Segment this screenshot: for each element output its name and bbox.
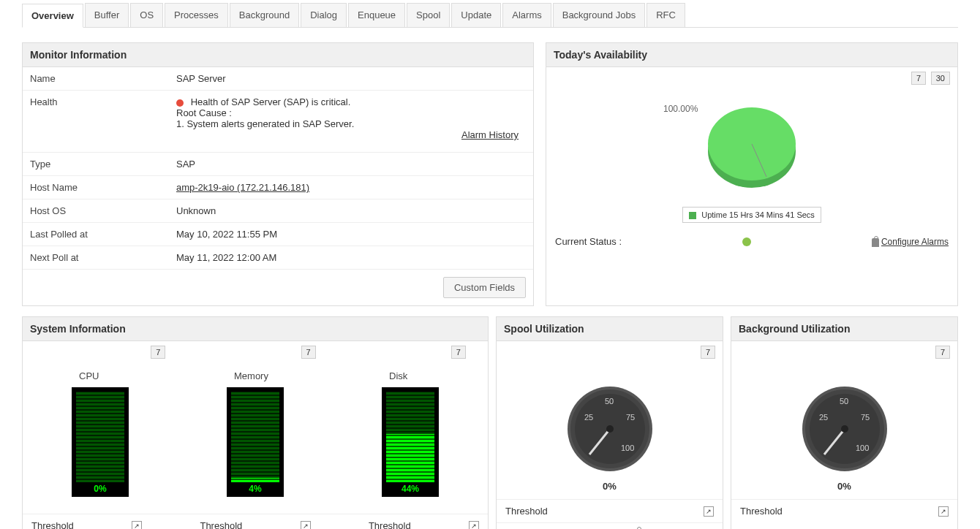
root-cause-label: Root Cause : — [176, 107, 232, 118]
svg-text:25: 25 — [584, 413, 593, 422]
spool-threshold-label: Threshold — [505, 506, 548, 517]
alarm-icon — [872, 238, 879, 247]
disk-pct: 44% — [382, 484, 439, 494]
tab-enqueue[interactable]: Enqueue — [348, 3, 405, 27]
tab-background[interactable]: Background — [230, 3, 299, 27]
cpu-pct: 0% — [72, 484, 129, 494]
status-healthy-icon — [742, 237, 751, 246]
tab-os[interactable]: OS — [130, 3, 163, 27]
disk-bar: 44% — [382, 387, 439, 497]
svg-point-20 — [841, 425, 848, 433]
legend-color-icon — [689, 212, 696, 219]
host-label: Host Name — [30, 182, 176, 193]
availability-title: Today's Availability — [546, 43, 957, 67]
time-30-button[interactable]: 30 — [931, 72, 950, 85]
uptime-legend: Uptime 15 Hrs 34 Mins 41 Secs — [682, 207, 821, 223]
svg-text:50: 50 — [605, 397, 614, 406]
lastpoll-value: May 10, 2022 11:55 PM — [176, 229, 526, 240]
svg-text:100: 100 — [621, 444, 634, 452]
spool-threshold-edit-icon[interactable]: ↗ — [704, 506, 714, 517]
svg-text:100: 100 — [856, 444, 869, 452]
bg-threshold-label: Threshold — [740, 506, 783, 517]
tab-dialog[interactable]: Dialog — [301, 3, 347, 27]
svg-text:25: 25 — [819, 413, 828, 422]
monitor-info-panel: Monitor Information Name SAP Server Heal… — [22, 42, 534, 306]
cpu-threshold-label: Threshold — [31, 520, 74, 529]
monitor-info-title: Monitor Information — [23, 43, 533, 67]
uptime-legend-text: Uptime 15 Hrs 34 Mins 41 Secs — [701, 210, 815, 219]
availability-pie-chart — [697, 96, 807, 199]
cpu-label: CPU — [72, 370, 129, 381]
system-info-title: System Information — [23, 317, 488, 341]
spool-7-button[interactable]: 7 — [701, 346, 715, 359]
time-7-button[interactable]: 7 — [911, 72, 926, 85]
tab-bgjobs[interactable]: Background Jobs — [553, 3, 645, 27]
memory-bar: 4% — [227, 387, 284, 497]
type-value: SAP — [176, 159, 526, 170]
bg-panel: Background Utilization 7 25 50 75 100 0%… — [731, 316, 958, 529]
nextpoll-label: Next Poll at — [30, 252, 176, 263]
tab-rfc[interactable]: RFC — [647, 3, 685, 27]
system-info-panel: System Information 7 7 7 CPU 0% Memory — [22, 316, 489, 529]
spool-title: Spool Utilization — [497, 317, 723, 341]
bg-pct: 0% — [731, 481, 957, 492]
bg-gauge: 25 50 75 100 — [794, 378, 896, 473]
host-link[interactable]: amp-2k19-aio (172.21.146.181) — [176, 182, 309, 193]
svg-text:75: 75 — [626, 413, 635, 422]
configure-alarms-link[interactable]: Configure Alarms — [881, 237, 949, 247]
cpu-bar: 0% — [72, 387, 129, 497]
hostos-value: Unknown — [176, 205, 526, 216]
type-label: Type — [30, 159, 176, 170]
memory-label: Memory — [227, 370, 284, 381]
tab-buffer[interactable]: Buffer — [85, 3, 129, 27]
name-label: Name — [30, 73, 176, 84]
spool-pct: 0% — [497, 481, 723, 492]
hostos-label: Host OS — [30, 205, 176, 216]
tab-update[interactable]: Update — [451, 3, 501, 27]
root-cause-text: 1. System alerts generated in SAP Server… — [176, 118, 354, 129]
svg-text:75: 75 — [861, 413, 870, 422]
spool-panel: Spool Utilization 7 25 50 75 100 0% Thre… — [496, 316, 723, 529]
sys-cpu-7-button[interactable]: 7 — [151, 346, 165, 359]
health-text: Health of SAP Server (SAP) is critical. — [191, 96, 351, 107]
tab-processes[interactable]: Processes — [165, 3, 228, 27]
current-status-label: Current Status : — [555, 236, 622, 247]
mem-threshold-edit-icon[interactable]: ↗ — [301, 521, 311, 530]
lastpoll-label: Last Polled at — [30, 229, 176, 240]
memory-pct: 4% — [227, 484, 284, 494]
sys-disk-7-button[interactable]: 7 — [451, 346, 466, 359]
disk-label: Disk — [382, 370, 439, 381]
alarm-history-link[interactable]: Alarm History — [461, 129, 519, 140]
custom-fields-button[interactable]: Custom Fields — [443, 277, 526, 298]
bg-threshold-edit-icon[interactable]: ↗ — [938, 506, 949, 517]
tab-spool[interactable]: Spool — [407, 3, 450, 27]
spool-gauge: 25 50 75 100 — [559, 378, 661, 473]
health-critical-icon — [176, 99, 184, 107]
bg-7-button[interactable]: 7 — [935, 346, 950, 359]
tab-alarms[interactable]: Alarms — [502, 3, 551, 27]
svg-point-11 — [606, 425, 614, 433]
nextpoll-value: May 11, 2022 12:00 AM — [176, 252, 526, 263]
disk-threshold-label: Threshold — [369, 520, 411, 529]
pie-percent-label: 100.00% — [663, 104, 698, 114]
disk-threshold-edit-icon[interactable]: ↗ — [469, 521, 479, 530]
tab-overview[interactable]: Overview — [22, 4, 83, 28]
bg-title: Background Utilization — [731, 317, 957, 341]
sys-mem-7-button[interactable]: 7 — [301, 346, 316, 359]
tab-bar: Overview Buffer OS Processes Background … — [22, 3, 958, 28]
health-label: Health — [30, 96, 176, 146]
mem-threshold-label: Threshold — [200, 520, 242, 529]
name-value: SAP Server — [176, 73, 526, 84]
cpu-threshold-edit-icon[interactable]: ↗ — [132, 521, 142, 530]
svg-text:50: 50 — [840, 397, 848, 406]
availability-panel: Today's Availability 7 30 100.00% Uptime… — [546, 42, 958, 306]
